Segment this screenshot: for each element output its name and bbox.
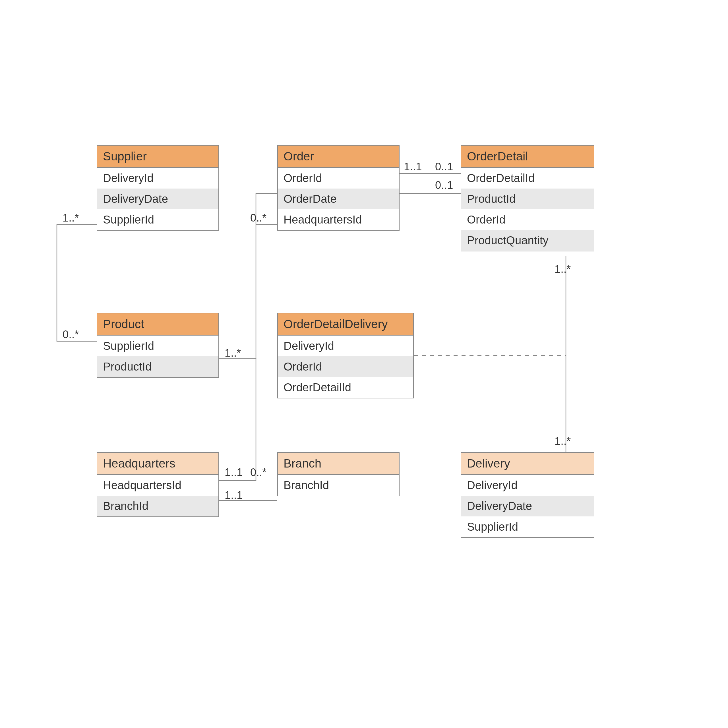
multiplicity-label: 0..* [250, 466, 266, 479]
entity-product: Product SupplierId ProductId [97, 313, 219, 378]
entity-attr: DeliveryDate [461, 496, 594, 517]
entity-title: Branch [278, 453, 399, 475]
entity-attr: SupplierId [97, 209, 219, 230]
entity-attr: OrderDate [278, 188, 399, 209]
entity-order: Order OrderId OrderDate HeadquartersId [277, 145, 399, 231]
entity-attr: OrderDetailId [278, 377, 413, 398]
entity-title: Supplier [97, 145, 219, 168]
entity-attr: SupplierId [97, 336, 219, 356]
entity-order-detail-delivery: OrderDetailDelivery DeliveryId OrderId O… [277, 313, 414, 398]
entity-title: Product [97, 314, 219, 336]
entity-attr: ProductId [97, 356, 219, 377]
multiplicity-label: 1..1 [404, 161, 422, 173]
entity-attr: SupplierId [461, 517, 594, 537]
entity-attr: DeliveryDate [97, 188, 219, 209]
entity-delivery: Delivery DeliveryId DeliveryDate Supplie… [461, 452, 594, 538]
entity-branch: Branch BranchId [277, 452, 399, 496]
multiplicity-label: 1..1 [225, 466, 243, 479]
entity-attr: OrderId [278, 168, 399, 188]
entity-attr: DeliveryId [461, 475, 594, 496]
er-diagram-canvas: Supplier DeliveryId DeliveryDate Supplie… [0, 0, 728, 728]
entity-attr: DeliveryId [97, 168, 219, 188]
multiplicity-label: 0..1 [435, 161, 453, 173]
entity-attr: DeliveryId [278, 336, 413, 356]
entity-supplier: Supplier DeliveryId DeliveryDate Supplie… [97, 145, 219, 231]
entity-attr: OrderId [278, 356, 413, 377]
entity-headquarters: Headquarters HeadquartersId BranchId [97, 452, 219, 517]
multiplicity-label: 1..1 [225, 489, 243, 502]
entity-attr: HeadquartersId [97, 475, 219, 496]
entity-title: Delivery [461, 453, 594, 475]
entity-attr: ProductId [461, 188, 594, 209]
entity-attr: ProductQuantity [461, 230, 594, 251]
multiplicity-label: 1..* [555, 263, 571, 275]
entity-title: Order [278, 145, 399, 168]
entity-title: Headquarters [97, 453, 219, 475]
entity-attr: BranchId [97, 496, 219, 517]
entity-attr: HeadquartersId [278, 209, 399, 230]
multiplicity-label: 0..1 [435, 179, 453, 191]
entity-title: OrderDetail [461, 145, 594, 168]
multiplicity-label: 0..* [63, 329, 79, 341]
entity-attr: OrderDetailId [461, 168, 594, 188]
multiplicity-label: 1..* [225, 347, 241, 359]
multiplicity-label: 1..* [555, 435, 571, 447]
multiplicity-label: 1..* [63, 212, 79, 224]
entity-attr: OrderId [461, 209, 594, 230]
entity-attr: BranchId [278, 475, 399, 496]
entity-title: OrderDetailDelivery [278, 314, 413, 336]
entity-order-detail: OrderDetail OrderDetailId ProductId Orde… [461, 145, 594, 251]
multiplicity-label: 0..* [250, 212, 266, 224]
